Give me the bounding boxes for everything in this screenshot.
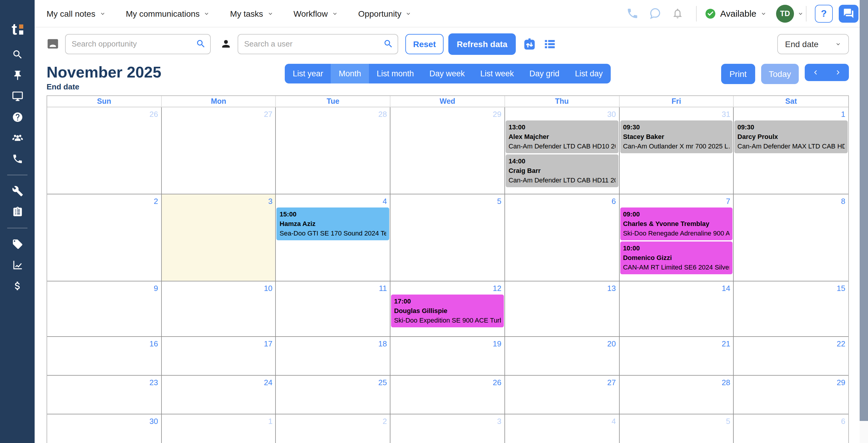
calendar-event[interactable]: 09:00Charles & Yvonne TremblaySki-Doo Re… — [620, 207, 733, 240]
day-cell[interactable]: 3 — [161, 194, 276, 281]
day-cell[interactable]: 15 — [734, 281, 848, 337]
menu-workflow[interactable]: Workflow — [293, 9, 338, 18]
search-opportunity-input[interactable] — [65, 34, 211, 54]
day-cell[interactable]: 5 — [391, 194, 505, 281]
sidebar-item-service[interactable] — [0, 181, 35, 202]
user-icon — [220, 38, 231, 49]
scrollbar-thumb[interactable] — [860, 0, 868, 421]
day-cell[interactable]: 8 — [734, 194, 848, 281]
search-user-input[interactable] — [238, 34, 398, 54]
day-cell[interactable]: 709:00Charles & Yvonne TremblaySki-Doo R… — [619, 194, 734, 281]
calendar-week-row: 262728293013:00Alex MajcherCan-Am Defend… — [47, 107, 848, 194]
day-cell[interactable]: 1 — [161, 414, 276, 443]
menu-my-call-notes[interactable]: My call notes — [46, 9, 105, 18]
sidebar-item-reports[interactable] — [0, 254, 35, 275]
sidebar-item-calls[interactable] — [0, 148, 35, 169]
day-cell[interactable]: 4 — [505, 414, 619, 443]
help-button[interactable]: ? — [815, 4, 833, 22]
calendar-event[interactable]: 09:30Darcy ProulxCan-Am Defender MAX LTD… — [735, 121, 848, 153]
day-cell[interactable]: 19 — [391, 337, 505, 376]
event-time: 09:00 — [623, 209, 730, 219]
day-cell[interactable]: 6 — [734, 414, 848, 443]
day-cell[interactable]: 10 — [161, 281, 276, 337]
day-cell[interactable]: 29 — [734, 376, 848, 414]
day-cell[interactable]: 3013:00Alex MajcherCan-Am Defender LTD C… — [505, 107, 619, 194]
calendar-event[interactable]: 13:00Alex MajcherCan-Am Defender LTD CAB… — [506, 121, 618, 153]
print-button[interactable]: Print — [721, 64, 755, 84]
calendar-event[interactable]: 15:00Hamza AzizSea-Doo GTI SE 170 Sound … — [277, 207, 389, 240]
view-button-day-grid[interactable]: Day grid — [522, 64, 567, 83]
view-button-list-year[interactable]: List year — [285, 64, 331, 83]
day-cell[interactable]: 415:00Hamza AzizSea-Doo GTI SE 170 Sound… — [276, 194, 391, 281]
day-cell[interactable]: 1217:00Douglas GillispieSki-Doo Expediti… — [391, 281, 505, 337]
next-month-button[interactable] — [827, 64, 849, 81]
today-button[interactable]: Today — [761, 64, 799, 84]
day-cell[interactable]: 13 — [505, 281, 619, 337]
sidebar-item-desking[interactable] — [0, 86, 35, 107]
list-view-button[interactable] — [543, 37, 556, 50]
day-cell[interactable]: 21 — [619, 337, 734, 376]
sidebar-item-pinned[interactable] — [0, 65, 35, 86]
calendar-event[interactable]: 10:00Domenico GizziCAN-AM RT Limited SE6… — [620, 241, 733, 274]
day-cell[interactable]: 9 — [47, 281, 161, 337]
day-cell[interactable]: 23 — [47, 376, 161, 414]
reset-button[interactable]: Reset — [405, 34, 443, 54]
day-cell[interactable]: 2 — [276, 414, 391, 443]
day-cell[interactable]: 3 — [391, 414, 505, 443]
refresh-data-button[interactable]: Refresh data — [448, 33, 516, 55]
menu-opportunity[interactable]: Opportunity — [358, 9, 412, 18]
day-cell[interactable]: 28 — [276, 107, 391, 194]
day-cell[interactable]: 24 — [161, 376, 276, 414]
sidebar-item-tasks[interactable] — [0, 202, 35, 223]
messages-button[interactable] — [839, 4, 859, 22]
view-button-list-week[interactable]: List week — [472, 64, 522, 83]
event-time: 15:00 — [280, 209, 386, 219]
calendar-event[interactable]: 14:00Craig BarrCan-Am Defender LTD CAB H… — [506, 155, 618, 187]
day-cell[interactable]: 6 — [505, 194, 619, 281]
sidebar-item-sales[interactable] — [0, 275, 35, 296]
day-cell[interactable]: 16 — [47, 337, 161, 376]
day-cell[interactable]: 109:30Darcy ProulxCan-Am Defender MAX LT… — [734, 107, 848, 194]
prev-month-button[interactable] — [805, 64, 827, 81]
day-cell[interactable]: 27 — [161, 107, 276, 194]
calendar-event[interactable]: 17:00Douglas GillispieSki-Doo Expedition… — [391, 295, 503, 327]
view-button-list-day[interactable]: List day — [567, 64, 611, 83]
day-cell[interactable]: 11 — [276, 281, 391, 337]
sidebar-item-customers[interactable] — [0, 128, 35, 148]
view-button-day-week[interactable]: Day week — [422, 64, 472, 83]
user-menu[interactable]: TD — [776, 4, 804, 22]
day-cell[interactable]: 29 — [391, 107, 505, 194]
notifications-button[interactable] — [672, 7, 684, 20]
menu-my-communications[interactable]: My communications — [126, 9, 210, 18]
app-logo[interactable]: t — [12, 0, 23, 36]
day-cell[interactable]: 3109:30Stacey BakerCan-Am Outlander X mr… — [619, 107, 734, 194]
calendar-event[interactable]: 09:30Stacey BakerCan-Am Outlander X mr 7… — [620, 121, 733, 153]
day-cell[interactable]: 2 — [47, 194, 161, 281]
end-date-dropdown[interactable]: End date — [777, 34, 849, 54]
view-button-month[interactable]: Month — [331, 64, 369, 83]
day-cell[interactable]: 17 — [161, 337, 276, 376]
import-export-button[interactable] — [523, 37, 536, 50]
view-button-list-month[interactable]: List month — [369, 64, 422, 83]
day-cell[interactable]: 5 — [619, 414, 734, 443]
sidebar-item-search[interactable] — [0, 44, 35, 65]
day-cell[interactable]: 27 — [505, 376, 619, 414]
day-cell[interactable]: 18 — [276, 337, 391, 376]
chevron-left-icon — [812, 69, 819, 76]
chevron-down-icon — [332, 10, 338, 16]
day-cell[interactable]: 25 — [276, 376, 391, 414]
menu-my-tasks[interactable]: My tasks — [230, 9, 273, 18]
day-cell[interactable]: 22 — [734, 337, 848, 376]
availability-selector[interactable]: Available — [705, 8, 767, 19]
day-cell[interactable]: 26 — [391, 376, 505, 414]
phone-button[interactable] — [626, 7, 639, 20]
chat-button[interactable] — [649, 7, 662, 20]
day-cell[interactable]: 28 — [619, 376, 734, 414]
day-cell[interactable]: 30 — [47, 414, 161, 443]
day-cell[interactable]: 20 — [505, 337, 619, 376]
day-cell[interactable]: 14 — [619, 281, 734, 337]
day-cell[interactable]: 26 — [47, 107, 161, 194]
sidebar-item-pricing[interactable] — [0, 234, 35, 254]
sidebar-item-help[interactable] — [0, 107, 35, 128]
vertical-scrollbar[interactable] — [860, 0, 868, 443]
